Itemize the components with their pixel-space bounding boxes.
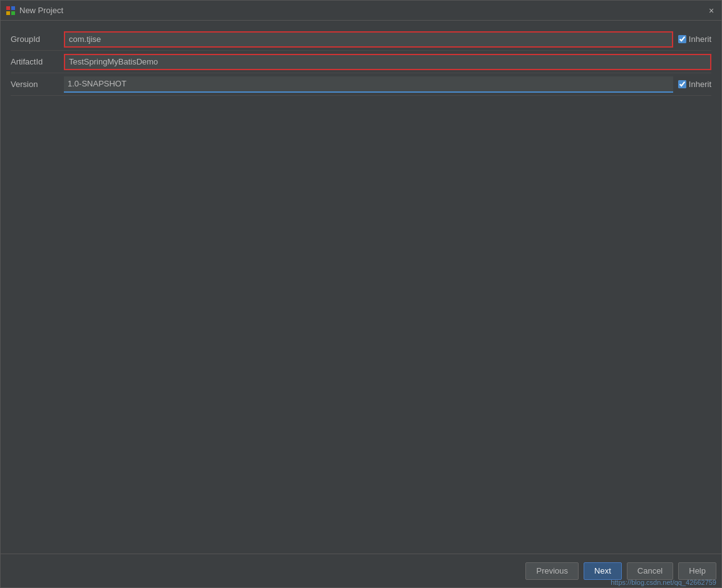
svg-rect-0 bbox=[6, 6, 10, 10]
app-icon bbox=[6, 6, 16, 16]
previous-button[interactable]: Previous bbox=[525, 562, 579, 580]
version-inherit-checkbox[interactable]: Inherit bbox=[678, 80, 711, 89]
groupid-input[interactable] bbox=[64, 31, 673, 48]
main-content bbox=[11, 96, 711, 546]
title-bar: New Project × bbox=[1, 1, 721, 21]
artifactid-input[interactable] bbox=[64, 54, 711, 70]
groupid-row: GroupId Inherit bbox=[11, 28, 711, 51]
svg-rect-2 bbox=[6, 11, 10, 15]
new-project-window: New Project × GroupId Inherit ArtifactId bbox=[0, 0, 722, 588]
footer-url: https://blog.csdn.net/qq_42662759 bbox=[611, 579, 716, 586]
artifactid-input-wrapper bbox=[64, 54, 711, 70]
groupid-inherit-checkbox[interactable]: Inherit bbox=[678, 34, 711, 44]
close-button[interactable]: × bbox=[706, 6, 716, 16]
version-inherit-label: Inherit bbox=[689, 80, 711, 89]
next-button[interactable]: Next bbox=[584, 562, 622, 580]
version-label: Version bbox=[11, 80, 64, 89]
svg-rect-3 bbox=[11, 11, 15, 15]
cancel-button[interactable]: Cancel bbox=[627, 562, 673, 580]
footer: Previous Next Cancel Help https://blog.c… bbox=[1, 554, 721, 587]
help-button[interactable]: Help bbox=[678, 562, 716, 580]
version-inherit-check[interactable] bbox=[678, 80, 686, 88]
groupid-inherit-check[interactable] bbox=[678, 35, 686, 43]
svg-rect-1 bbox=[11, 6, 15, 10]
artifactid-label: ArtifactId bbox=[11, 57, 64, 66]
groupid-inherit-label: Inherit bbox=[689, 34, 711, 44]
groupid-label: GroupId bbox=[11, 34, 64, 44]
version-row: Version Inherit bbox=[11, 73, 711, 96]
version-input[interactable] bbox=[64, 76, 673, 93]
title-bar-left: New Project bbox=[6, 6, 63, 16]
content-area: GroupId Inherit ArtifactId Version bbox=[1, 21, 721, 554]
version-input-wrapper: Inherit bbox=[64, 76, 711, 93]
form-area: GroupId Inherit ArtifactId Version bbox=[11, 28, 711, 96]
window-title: New Project bbox=[19, 6, 63, 15]
artifactid-row: ArtifactId bbox=[11, 51, 711, 73]
groupid-input-wrapper: Inherit bbox=[64, 31, 711, 48]
